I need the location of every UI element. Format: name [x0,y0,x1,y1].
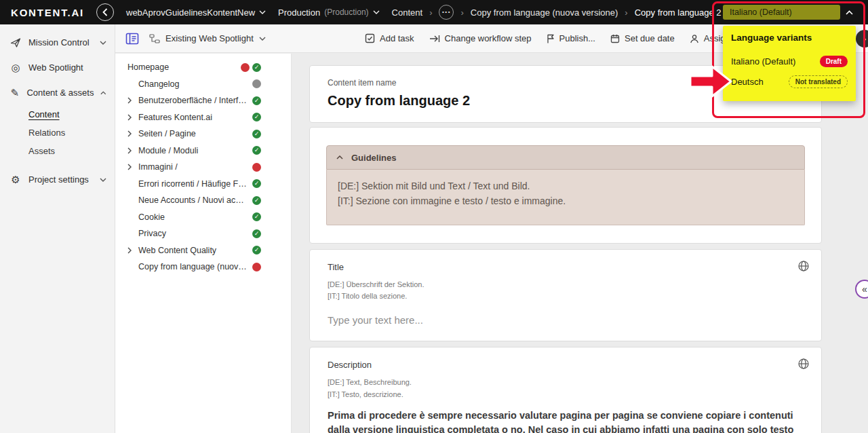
publish-flag-icon [547,34,555,43]
sidebar-item-mission-control[interactable]: Mission Control [0,30,115,55]
tree-item-cookie[interactable]: Cookie [115,209,291,226]
tree-item-features-kontent-ai[interactable]: Features Kontent.ai [115,109,291,126]
status-published-icon [252,246,261,255]
breadcrumb-parent[interactable]: Copy from language (nuova versione) [471,7,618,18]
status-archived-icon [252,79,261,88]
sidebar-item-project-settings[interactable]: ⚙ Project settings [0,167,115,192]
tree-item-copy-from-language[interactable]: Copy from language (nuova v... [115,259,291,276]
item-editor: Content item name Copy from language 2 G… [292,54,868,433]
chevron-left-icon [102,8,108,16]
breadcrumb-separator: › [625,7,627,18]
content-tree: Homepage Changelog Benutzeroberfläche / … [115,54,292,433]
chevron-right-icon[interactable] [127,247,138,254]
status-published-icon [252,146,261,155]
chevron-down-icon [100,178,106,182]
publish-button[interactable]: Publish... [547,33,595,43]
tree-item-benutzeroberflaeche[interactable]: Benutzeroberfläche / Interfac... [115,92,291,109]
environment-switcher[interactable]: Production (Production) [278,7,380,18]
language-option-label: Deutsch [731,77,764,87]
spotlight-view-label: Existing Web Spotlight [165,33,254,43]
chevron-right-icon[interactable] [127,114,138,121]
tree-item-homepage[interactable]: Homepage [115,59,291,76]
tree-item-web-content-quality[interactable]: Web Content Quality [115,242,291,259]
status-published-icon [252,212,261,221]
language-option-deutsch[interactable]: Deutsch Not translated [731,71,848,92]
title-text-input[interactable]: Type your text here... [328,314,804,326]
tree-item-seiten-pagine[interactable]: Seiten / Pagine [115,126,291,143]
change-workflow-step-button[interactable]: Change workflow step [429,33,532,43]
breadcrumb-content[interactable]: Content [392,7,423,18]
sidebar-item-assets[interactable]: Assets [0,142,115,160]
person-icon [690,34,699,43]
language-selector[interactable]: Italiano (Default) [723,3,853,21]
status-draft-icon [252,163,261,172]
status-draft-icon [252,263,261,271]
chevron-down-icon [259,37,266,41]
add-task-button[interactable]: Add task [365,33,414,43]
chevron-right-icon[interactable] [127,147,138,154]
tree-item-module-moduli[interactable]: Module / Moduli [115,143,291,159]
translate-icon[interactable] [795,258,812,274]
language-selector-value: Italiano (Default) [723,5,840,20]
breadcrumb: Content › ••• › Copy from language (nuov… [392,5,722,20]
description-element-label: Description [328,360,804,370]
chevron-up-icon [100,91,106,95]
sidebar-item-web-spotlight[interactable]: ◎ Web Spotlight [0,55,115,80]
description-element-card: Description [DE:] Text, Beschreibung. [I… [309,347,822,433]
breadcrumb-separator: › [429,7,432,18]
tree-item-immagini[interactable]: Immagini / [115,159,291,176]
breadcrumb-ellipsis-button[interactable]: ••• [439,5,454,20]
top-bar: KONTENT.AI webAprovGuidelinesKontentNew … [0,0,868,24]
chevron-right-icon[interactable] [127,97,138,104]
breadcrumb-current: Copy from language 2 [635,7,722,18]
chevron-down-icon [100,41,106,45]
sidebar-item-label: Content & assets [26,88,94,98]
title-hint-it: [IT:] Titolo della sezione. [328,290,804,302]
title-hint-de: [DE:] Überschrift der Sektion. [328,279,804,290]
ellipsis-icon: ••• [442,10,451,15]
language-option-italiano[interactable]: Italiano (Default) Draft [731,51,848,71]
chevron-right-icon[interactable] [127,130,138,137]
back-button[interactable] [96,3,114,21]
environment-name: Production [278,7,320,18]
sidebar-item-label: Web Spotlight [28,62,106,73]
mission-control-icon [9,37,22,48]
dropdown-title: Language variants [731,33,848,43]
tree-item-privacy[interactable]: Privacy [115,225,291,242]
chevron-down-icon [259,10,266,14]
tree-item-changelog[interactable]: Changelog [115,76,291,93]
status-published-icon [252,130,261,138]
project-name: webAprovGuidelinesKontentNew [126,7,255,18]
description-text-input[interactable]: Prima di procedere è sempre necessario v… [328,409,804,433]
gear-icon: ⚙ [9,174,22,185]
guidelines-line-it: [IT:] Sezione con immagine e testo / tes… [338,194,793,209]
draft-badge: Draft [820,56,848,67]
task-checkbox-icon [365,33,375,43]
status-published-icon [252,179,261,188]
language-variants-dropdown: Language variants Italiano (Default) Dra… [723,26,856,101]
sidebar-item-content[interactable]: Content [0,105,115,124]
sidebar-item-relations[interactable]: Relations [0,124,115,142]
guidelines-title: Guidelines [351,153,396,163]
status-published-icon [252,63,261,72]
spotlight-layout-icon [125,33,139,45]
not-translated-badge: Not translated [789,75,848,88]
toolbar-overflow-button[interactable]: › [856,30,868,48]
set-due-date-button[interactable]: Set due date [610,33,675,43]
chevron-right-icon[interactable] [127,164,138,170]
environment-note: (Production) [324,7,368,17]
calendar-icon [610,34,620,43]
web-spotlight-toggle-button[interactable] [123,31,141,47]
status-published-icon [252,96,261,105]
tree-item-errori-ricorrenti[interactable]: Errori ricorrenti / Häufige Fehler [115,176,291,193]
project-switcher[interactable]: webAprovGuidelinesKontentNew [126,7,266,18]
sidebar-item-content-assets[interactable]: ✎ Content & assets [0,80,115,105]
translate-icon[interactable] [795,356,812,372]
tree-item-neue-accounts[interactable]: Neue Accounts / Nuovi account [115,192,291,209]
title-element-label: Title [328,262,804,272]
guidelines-header[interactable]: Guidelines [326,145,805,170]
spotlight-view-select[interactable]: Existing Web Spotlight [149,33,266,43]
sidebar: Mission Control ◎ Web Spotlight ✎ Conten… [0,24,115,433]
guidelines-line-de: [DE:] Sektion mit Bild und Text / Text u… [338,179,793,194]
toolbar-actions: Add task Change workflow step Publish...… [365,24,778,52]
